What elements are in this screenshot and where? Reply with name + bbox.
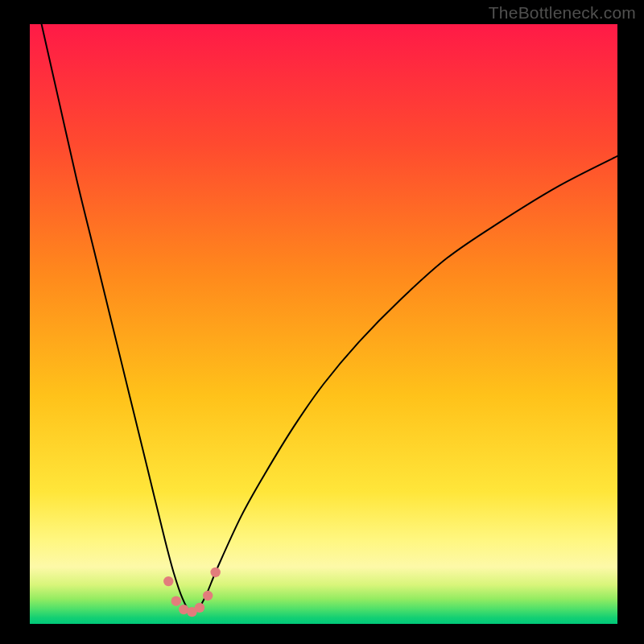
gradient-background (30, 24, 617, 624)
chart-frame: TheBottleneck.com (0, 0, 644, 644)
watermark-label: TheBottleneck.com (489, 3, 636, 23)
data-marker (203, 591, 213, 601)
data-marker (171, 596, 181, 605)
data-marker (195, 603, 204, 613)
data-marker (163, 576, 173, 586)
data-marker (210, 568, 220, 577)
plot-area (30, 24, 617, 624)
chart-svg (30, 24, 617, 624)
